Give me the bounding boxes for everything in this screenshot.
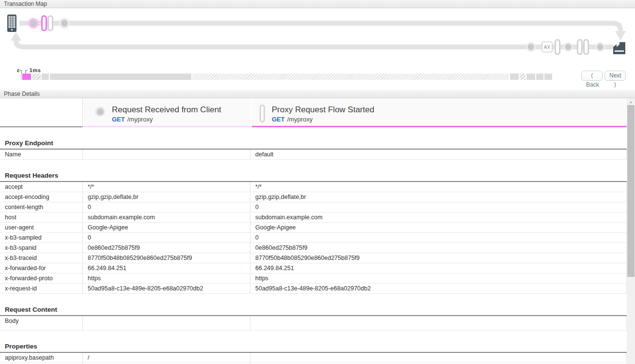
row-value-phase-1	[83, 150, 250, 159]
row-value-phase-1: /	[83, 353, 250, 363]
phase-2-method: GET	[272, 116, 285, 123]
row-label: content-length	[0, 202, 83, 212]
detail-row: x-b3-sampled00	[0, 233, 627, 243]
arrow-down-icon	[615, 31, 626, 41]
response-flow-pill-3[interactable]	[584, 40, 589, 54]
row-value-phase-2: subdomain.example.com	[250, 212, 627, 222]
phase-1-path: /myproxy	[127, 116, 153, 123]
detail-row: accept*/**/*	[0, 182, 627, 192]
row-value-phase-2: gzip,gzip,deflate,br	[250, 192, 627, 202]
row-value-phase-1: 0e860ed275b875f9	[83, 243, 250, 253]
row-label: accept	[0, 182, 83, 192]
row-value-phase-2: https	[250, 273, 627, 283]
timeline-segment[interactable]	[42, 74, 49, 80]
phase-details-header: Phase Details	[0, 90, 635, 98]
request-track	[19, 23, 620, 31]
scrollbar-thumb[interactable]	[627, 105, 635, 277]
request-received-node[interactable]	[28, 18, 39, 29]
row-label: user-agent	[0, 223, 83, 232]
detail-row: x-request-id50ad95a8-c13e-489e-8205-e68a…	[0, 284, 627, 294]
next-button[interactable]: Next ⟩	[604, 71, 626, 81]
phase-1-method: GET	[112, 116, 125, 123]
row-value-phase-1: 50ad95a8-c13e-489e-8205-e68a02970db2	[83, 284, 250, 293]
row-value-phase-1: Google-Apigee	[83, 223, 250, 232]
phase-circle-icon	[95, 106, 105, 117]
response-track	[16, 41, 613, 47]
detail-row: x-forwarded-for66.249.84.25166.249.84.25…	[0, 263, 627, 273]
response-phase-node-1[interactable]	[526, 42, 536, 52]
row-value-phase-2: 0e860ed275b875f9	[250, 243, 627, 253]
detail-row: content-length00	[0, 202, 627, 212]
row-value-phase-2: 50ad95a8-c13e-489e-8205-e68a02970db2	[250, 284, 627, 293]
row-value-phase-1: 8770f50b48b085290e860ed275b875f9	[83, 253, 250, 263]
row-label: x-forwarded-for	[0, 263, 83, 273]
section-title: Request Content	[0, 304, 627, 316]
row-label: x-b3-spanid	[0, 243, 83, 253]
row-value-phase-2: Google-Apigee	[250, 223, 627, 232]
row-value-phase-2	[250, 353, 627, 363]
row-label: x-forwarded-proto	[0, 273, 83, 283]
row-value-phase-1	[83, 316, 250, 330]
proxy-request-flow-pill[interactable]	[42, 16, 46, 30]
timeline-segment[interactable]	[536, 74, 543, 80]
timeline-segment[interactable]	[544, 74, 552, 80]
response-phase-node-2[interactable]	[563, 42, 573, 52]
row-label: x-b3-sampled	[0, 233, 83, 243]
row-value-phase-1: subdomain.example.com	[83, 212, 250, 222]
section-title: Properties	[0, 341, 627, 353]
row-value-phase-2: */*	[250, 182, 627, 192]
timeline-segment[interactable]	[192, 74, 509, 80]
timeline-segment[interactable]	[32, 74, 41, 80]
row-value-phase-2: 8770f50b48b085290e860ed275b875f9	[250, 253, 627, 263]
timeline-segment[interactable]	[510, 74, 519, 80]
detail-row: x-forwarded-protohttpshttps	[0, 273, 627, 284]
phase-pill-icon	[260, 105, 265, 122]
timeline-segment[interactable]	[22, 74, 31, 80]
request-phase-node[interactable]	[59, 18, 70, 29]
timeline-segment[interactable]	[527, 74, 535, 80]
arrow-up-icon	[11, 32, 21, 41]
details-scrollbar[interactable]: ▲	[627, 98, 635, 364]
detail-row: apiproxy.basepath/	[0, 353, 627, 363]
row-value-phase-2: 0	[250, 233, 627, 243]
row-value-phase-1: https	[83, 273, 250, 283]
transaction-map-diagram: AX	[0, 9, 635, 66]
backend-target-icon[interactable]	[613, 42, 625, 54]
row-value-phase-1: */*	[83, 182, 250, 192]
flow-pill[interactable]	[48, 16, 53, 30]
back-button[interactable]: ⟨ Back	[581, 71, 603, 81]
timeline-segment[interactable]	[21, 74, 22, 80]
timeline-segment[interactable]	[520, 74, 526, 80]
phase-column-2-header: Proxy Request Flow Started GET/myproxy	[252, 98, 627, 127]
analytics-ax-node[interactable]: AX	[542, 42, 552, 52]
transaction-map-header: Transaction Map	[0, 0, 635, 8]
row-label: host	[0, 212, 83, 222]
row-value-phase-1: gzip,gzip,deflate,br	[83, 192, 250, 202]
phase-details-title: Phase Details	[4, 91, 40, 97]
row-label: x-b3-traceid	[0, 253, 83, 263]
label-column-header	[0, 98, 83, 127]
ax-label: AX	[544, 45, 551, 50]
detail-row: Body	[0, 316, 627, 331]
row-label: Name	[0, 150, 83, 159]
response-flow-pill-2[interactable]	[578, 40, 582, 54]
row-value-phase-2: default	[250, 150, 627, 159]
response-flow-pill-1[interactable]	[556, 40, 560, 54]
scrollbar-up-icon[interactable]: ▲	[627, 98, 635, 106]
phase-details-panel: Request Received from Client GET/myproxy…	[0, 98, 627, 364]
row-value-phase-1: 0	[83, 202, 250, 212]
detail-row: x-b3-traceid8770f50b48b085290e860ed275b8…	[0, 253, 627, 263]
phase-2-title: Proxy Request Flow Started	[272, 105, 374, 115]
detail-row: x-b3-spanid0e860ed275b875f90e860ed275b87…	[0, 243, 627, 253]
timeline-segment[interactable]	[50, 74, 191, 80]
timeline-bar[interactable]	[0, 74, 562, 80]
response-phase-node-3[interactable]	[595, 42, 605, 52]
detail-row: Namedefault	[0, 150, 627, 160]
section-title: Proxy Endpoint	[0, 137, 627, 150]
detail-row: accept-encodinggzip,gzip,deflate,brgzip,…	[0, 192, 627, 202]
row-label: apiproxy.basepath	[0, 353, 83, 363]
phase-column-1-header: Request Received from Client GET/myproxy	[83, 98, 251, 127]
phase-1-title: Request Received from Client	[112, 105, 221, 115]
client-device-icon[interactable]	[7, 15, 16, 32]
phase-columns-header: Request Received from Client GET/myproxy…	[0, 98, 627, 127]
